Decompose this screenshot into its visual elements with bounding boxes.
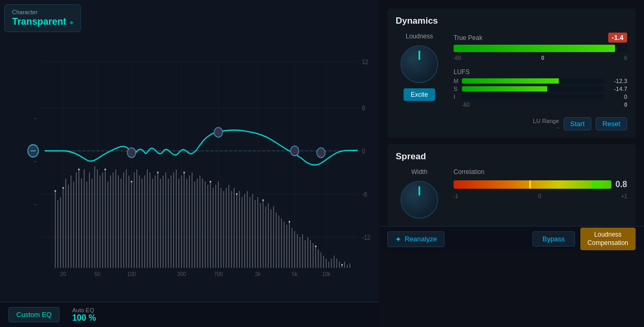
lu-range-text: LU Range [533, 118, 559, 124]
svg-point-145 [78, 168, 80, 170]
true-peak-header: True Peak -1.4 [454, 33, 627, 43]
correlation-label: Correlation [454, 168, 627, 176]
lufs-i-row: I 0 [454, 94, 627, 100]
svg-point-143 [55, 190, 56, 192]
loudness-label: Loudness [406, 33, 433, 40]
dynamics-section: Dynamics Loudness Excite True Peak [387, 8, 636, 138]
corr-scale-0: 0 [538, 193, 541, 199]
svg-text:20: 20 [60, 270, 66, 277]
auto-eq-section: Auto EQ 100 % [72, 307, 96, 323]
true-peak-fill [454, 45, 615, 52]
svg-point-144 [63, 187, 64, 189]
svg-point-149 [184, 171, 185, 173]
svg-text:-6: -6 [362, 190, 367, 198]
reanalyze-button[interactable]: ✦ Reanalyze [387, 231, 445, 247]
character-arrow-icon[interactable]: ⬦ [69, 18, 73, 26]
bypass-button[interactable]: Bypass [532, 231, 575, 247]
svg-point-154 [315, 246, 317, 248]
reset-button[interactable]: Reset [596, 117, 627, 130]
true-peak-value: -1.4 [608, 33, 627, 43]
lufs-scale-neg60: -60 [462, 102, 469, 108]
auto-eq-value: 100 % [72, 313, 96, 323]
svg-point-146 [105, 168, 106, 170]
eq-curve [45, 130, 358, 165]
loudness-col: Loudness Excite [396, 33, 443, 101]
width-label: Width [411, 168, 428, 176]
spectrum-bars [55, 166, 350, 268]
lufs-i-bar [462, 94, 604, 99]
corr-scale-pos1: +1 [621, 193, 627, 199]
excite-button[interactable]: Excite [404, 88, 436, 101]
loudness-knob[interactable] [400, 45, 438, 83]
character-box: Character Transparent ⬦ [4, 4, 81, 32]
start-button[interactable]: Start [564, 117, 591, 130]
correlation-scale: -1 0 +1 [454, 193, 627, 199]
svg-point-153 [289, 221, 290, 223]
auto-eq-label: Auto EQ [72, 307, 96, 313]
correlation-value: 0.8 [616, 180, 627, 189]
metrics-col: True Peak -1.4 -60 0 6 [454, 33, 627, 130]
custom-eq-button[interactable]: Custom EQ [8, 307, 59, 322]
scale-neg60: -60 [454, 55, 461, 61]
scale-0: 0 [541, 55, 545, 61]
svg-point-150 [210, 181, 212, 183]
width-knob[interactable] [400, 181, 438, 219]
eq-point-1[interactable] [127, 148, 136, 158]
correlation-col: Correlation 0.8 -1 0 +1 [454, 168, 627, 199]
lufs-s-row: S -14.7 [454, 86, 627, 92]
svg-text:–: – [34, 201, 37, 208]
lu-range-label: LU Range - [533, 118, 559, 130]
lufs-s-fill [462, 86, 547, 91]
eq-point-2[interactable] [214, 127, 223, 137]
lufs-i-letter: I [454, 94, 459, 100]
true-peak-scale: -60 0 6 [454, 55, 627, 61]
correlation-gradient [454, 180, 611, 189]
lufs-s-letter: S [454, 86, 459, 92]
svg-text:2k: 2k [255, 270, 261, 277]
svg-text:50: 50 [94, 270, 100, 277]
eq-area: 12 6 0 -6 -12 – – – 20 50 100 300 700 2k… [0, 0, 379, 302]
reanalyze-label: Reanalyze [405, 235, 437, 243]
lufs-s-value: -14.7 [607, 86, 627, 92]
knob-indicator [419, 50, 420, 60]
spread-section: Spread Width Correlation [387, 144, 636, 226]
svg-text:6: 6 [362, 104, 365, 112]
true-peak-bar [454, 45, 627, 52]
lufs-m-value: -12.3 [607, 78, 627, 84]
correlation-marker-yellow [529, 180, 531, 189]
svg-text:300: 300 [177, 270, 186, 277]
lufs-scale: -60 0 [454, 102, 627, 108]
correlation-bar [454, 180, 611, 189]
svg-text:5k: 5k [292, 270, 298, 277]
character-text: Transparent [12, 16, 66, 27]
svg-text:100: 100 [127, 270, 136, 277]
main-container: Character Transparent ⬦ [0, 0, 644, 327]
true-peak-group: True Peak -1.4 -60 0 6 [454, 33, 627, 61]
svg-text:–: – [34, 115, 37, 121]
lufs-scale-0: 0 [624, 102, 627, 108]
right-panel: Dynamics Loudness Excite True Peak [379, 0, 644, 327]
svg-point-155 [341, 264, 343, 266]
svg-point-148 [157, 171, 159, 173]
svg-text:12: 12 [362, 58, 369, 66]
eq-point-3[interactable] [290, 146, 299, 156]
corr-scale-neg1: -1 [454, 193, 458, 199]
lufs-label: LUFS [454, 68, 627, 76]
loudness-comp-button[interactable]: Loudness Compensation [580, 228, 636, 250]
eq-canvas: 12 6 0 -6 -12 – – – 20 50 100 300 700 2k… [0, 0, 379, 302]
width-knob-indicator [419, 186, 420, 196]
lufs-m-letter: M [454, 78, 459, 84]
character-value: Transparent ⬦ [12, 16, 73, 27]
true-peak-label: True Peak [454, 34, 482, 42]
dynamics-title: Dynamics [396, 16, 627, 26]
lu-range-value: - [533, 124, 559, 130]
eq-point-4[interactable] [317, 148, 325, 158]
svg-text:-12: -12 [362, 233, 370, 241]
dynamics-content: Loudness Excite True Peak -1.4 [396, 33, 627, 130]
reanalyze-icon: ✦ [395, 235, 401, 243]
svg-point-151 [236, 193, 238, 195]
scale-6: 6 [624, 55, 627, 61]
svg-point-152 [263, 199, 264, 201]
left-panel: Character Transparent ⬦ [0, 0, 379, 327]
lufs-rows: M -12.3 S -14.7 [454, 78, 627, 100]
